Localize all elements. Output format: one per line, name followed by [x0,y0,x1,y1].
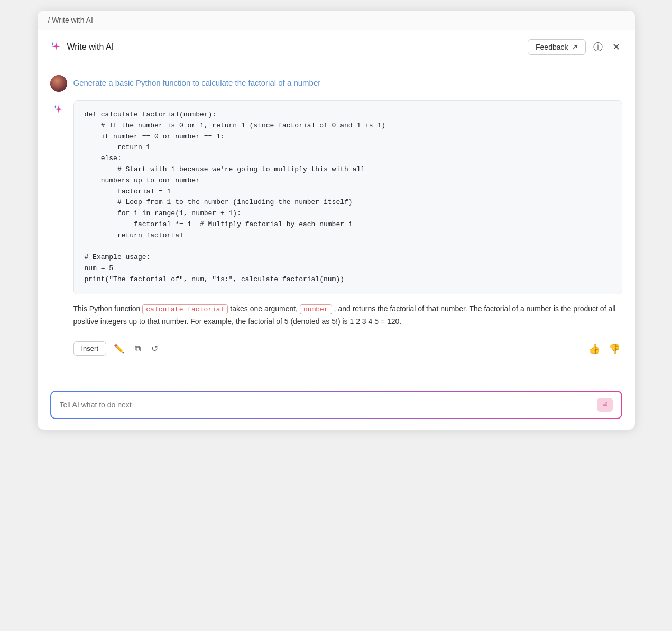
send-icon: ⏎ [602,401,607,409]
prompt-row: Generate a basic Python function to calc… [50,64,622,100]
info-icon: ⓘ [593,41,603,53]
thumbup-icon: 👍 [588,344,600,354]
ai-input[interactable] [60,401,592,409]
action-bar-left: Insert ✏️ ⧉ ↺ [73,341,162,356]
info-button[interactable]: ⓘ [591,39,605,55]
avatar [50,75,67,92]
ai-sparkle-icon [53,104,65,116]
code-ref-2: number [300,304,332,314]
thumbdown-button[interactable]: 👎 [606,341,622,357]
edit-button[interactable]: ✏️ [111,341,127,356]
refresh-icon: ↺ [151,344,158,353]
panel-header-left: Write with AI [50,41,114,53]
external-link-icon: ↗ [572,43,578,51]
description-text: This Python function calculate_factorial… [73,303,622,328]
input-area: ⏎ [38,384,635,430]
code-ref-1: calculate_factorial [142,304,228,314]
thumbup-button[interactable]: 👍 [586,341,602,357]
sparkle-icon [50,41,62,53]
input-wrapper: ⏎ [50,391,622,419]
copy-button[interactable]: ⧉ [132,342,144,356]
prompt-text: Generate a basic Python function to calc… [73,75,321,89]
edit-icon: ✏️ [114,344,124,353]
ai-response-row: def calculate_factorial(number): # If th… [50,100,622,374]
ai-icon-wrap [50,100,67,117]
thumbdown-icon: 👎 [609,344,620,354]
panel-title: Write with AI [67,42,114,52]
action-bar-right: 👍 👎 [586,341,622,357]
write-with-ai-panel: / Write with AI Write with AI Feedback ↗… [38,11,635,430]
code-block: def calculate_factorial(number): # If th… [73,100,622,294]
breadcrumb: / Write with AI [38,11,635,30]
close-icon: ✕ [612,41,620,53]
copy-icon: ⧉ [135,344,141,353]
panel-header-right: Feedback ↗ ⓘ ✕ [528,39,622,55]
panel-header: Write with AI Feedback ↗ ⓘ ✕ [38,30,635,64]
feedback-button[interactable]: Feedback ↗ [528,39,585,55]
refresh-button[interactable]: ↺ [148,341,161,356]
insert-button[interactable]: Insert [73,341,107,356]
ai-response-content: def calculate_factorial(number): # If th… [73,100,622,365]
panel-body: Generate a basic Python function to calc… [38,64,635,384]
action-bar: Insert ✏️ ⧉ ↺ 👍 [73,337,622,365]
close-button[interactable]: ✕ [610,39,622,55]
send-button[interactable]: ⏎ [597,398,613,412]
